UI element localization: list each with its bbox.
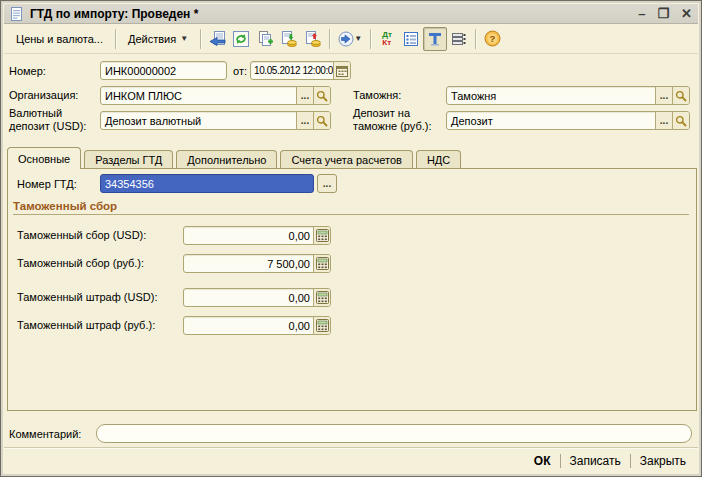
calculator-button[interactable]: [313, 227, 330, 244]
gtd-number-input[interactable]: 34354356: [100, 174, 314, 193]
postings-list-button[interactable]: [399, 27, 423, 51]
footer-divider: [4, 447, 698, 448]
number-label: Номер:: [9, 65, 46, 78]
window-title: ГТД по импорту: Проведен *: [30, 7, 198, 21]
goto-button[interactable]: ▼: [334, 27, 366, 51]
calculator-icon: [316, 291, 329, 304]
document-window: ГТД по импорту: Проведен * – ❐ ✕ Цены и …: [0, 0, 702, 477]
tab-osnovnye[interactable]: Основные: [7, 147, 81, 169]
window-controls: – ❐ ✕: [638, 8, 692, 20]
calculator-icon: [316, 257, 329, 270]
prices-currency-button[interactable]: Цены и валюта...: [8, 28, 111, 50]
customs-fee-group-header: Таможенный сбор: [13, 200, 689, 215]
currency-deposit-label: Валютный депозит (USD):: [9, 107, 99, 133]
lookup-button[interactable]: [313, 87, 330, 104]
comment-input[interactable]: [96, 424, 692, 443]
toolbar-separator: [475, 29, 476, 49]
calculator-button[interactable]: [313, 289, 330, 306]
header-toggle-button[interactable]: [423, 27, 447, 51]
tab-razdely-gtd[interactable]: Разделы ГТД: [84, 150, 173, 169]
maximize-button[interactable]: ❐: [657, 8, 669, 20]
reread-icon: [209, 31, 226, 47]
post-icon: [281, 31, 297, 47]
ok-button[interactable]: ОК: [525, 451, 560, 471]
minimize-button[interactable]: –: [638, 8, 645, 20]
toolbar-separator: [115, 29, 116, 49]
calculator-button[interactable]: [313, 317, 330, 334]
tab-dopolnitelno[interactable]: Дополнительно: [176, 150, 277, 169]
close-form-button[interactable]: Закрыть: [631, 451, 695, 471]
header-toggle-icon: [427, 31, 443, 47]
help-icon: ?: [484, 30, 501, 47]
copy-icon: [257, 31, 273, 47]
lookup-button[interactable]: [672, 87, 689, 104]
tab-nds[interactable]: НДС: [416, 150, 461, 169]
fine-usd-label: Таможенный штраф (USD):: [17, 291, 157, 304]
calendar-button[interactable]: [333, 62, 350, 79]
organization-label: Организация:: [9, 89, 78, 102]
toolbar-separator: [370, 29, 371, 49]
unpost-button[interactable]: [301, 27, 325, 51]
ellipsis-button[interactable]: ...: [296, 87, 313, 104]
fee-usd-input[interactable]: 0,00: [183, 226, 331, 245]
calculator-icon: [316, 229, 329, 242]
toolbar-separator: [200, 29, 201, 49]
post-button[interactable]: [277, 27, 301, 51]
fine-rub-input[interactable]: 0,00: [183, 316, 331, 335]
footer-buttons: ОК Записать Закрыть: [525, 451, 695, 471]
titlebar: ГТД по импорту: Проведен * – ❐ ✕: [4, 4, 698, 24]
unpost-icon: [305, 31, 321, 47]
search-icon: [316, 90, 328, 102]
date-label: от:: [233, 65, 247, 78]
ellipsis-button[interactable]: ...: [655, 112, 672, 129]
reread-button[interactable]: [205, 27, 229, 51]
lookup-button[interactable]: [313, 112, 330, 129]
close-button[interactable]: ✕: [681, 8, 692, 20]
actions-menu-button[interactable]: Действия ▼: [120, 28, 196, 50]
tab-strip: Основные Разделы ГТД Дополнительно Счета…: [7, 147, 461, 169]
fine-usd-input[interactable]: 0,00: [183, 288, 331, 307]
fee-rub-label: Таможенный сбор (руб.):: [17, 257, 144, 270]
calculator-icon: [316, 319, 329, 332]
comment-label: Комментарий:: [9, 428, 81, 441]
search-icon: [675, 115, 687, 127]
toolbar-separator: [329, 29, 330, 49]
dt-kt-button[interactable]: ДтКт: [375, 27, 399, 51]
currency-deposit-input[interactable]: Депозит валютный ...: [100, 111, 331, 130]
customs-deposit-label: Депозит на таможне (руб.):: [353, 107, 449, 133]
goto-icon: [338, 31, 354, 47]
organization-input[interactable]: ИНКОМ ПЛЮС ...: [100, 86, 331, 105]
fine-rub-label: Таможенный штраф (руб.):: [17, 319, 155, 332]
toolbar: Цены и валюта... Действия ▼: [4, 24, 698, 54]
chevron-down-icon: ▼: [354, 34, 362, 43]
customs-deposit-input[interactable]: Депозит ...: [446, 111, 690, 130]
tab-scheta-ucheta[interactable]: Счета учета расчетов: [280, 150, 412, 169]
group-title: Таможенный сбор: [13, 200, 117, 212]
sections-button[interactable]: [447, 27, 471, 51]
calculator-button[interactable]: [313, 255, 330, 272]
ellipsis-button[interactable]: ...: [296, 112, 313, 129]
fee-usd-label: Таможенный сбор (USD):: [17, 229, 146, 242]
fee-rub-input[interactable]: 7 500,00: [183, 254, 331, 273]
chevron-down-icon: ▼: [180, 34, 188, 43]
calendar-icon: [336, 65, 348, 77]
dt-kt-icon: ДтКт: [382, 31, 392, 47]
copy-button[interactable]: [253, 27, 277, 51]
date-input[interactable]: 10.05.2012 12:00:02: [250, 61, 351, 80]
postings-list-icon: [403, 31, 419, 47]
refresh-icon: [233, 31, 249, 47]
search-icon: [316, 115, 328, 127]
refresh-button[interactable]: [229, 27, 253, 51]
gtd-number-label: Номер ГТД:: [17, 178, 77, 191]
search-icon: [675, 90, 687, 102]
sections-icon: [451, 31, 467, 47]
ellipsis-button[interactable]: ...: [655, 87, 672, 104]
lookup-button[interactable]: [672, 112, 689, 129]
write-button[interactable]: Записать: [561, 451, 630, 471]
gtd-number-ellipsis-button[interactable]: ...: [317, 174, 337, 193]
customs-input[interactable]: Таможня ...: [446, 86, 690, 105]
number-input[interactable]: ИНК00000002: [100, 61, 227, 80]
help-button[interactable]: ?: [480, 27, 504, 51]
svg-text:?: ?: [489, 33, 495, 44]
document-icon: [10, 7, 24, 21]
